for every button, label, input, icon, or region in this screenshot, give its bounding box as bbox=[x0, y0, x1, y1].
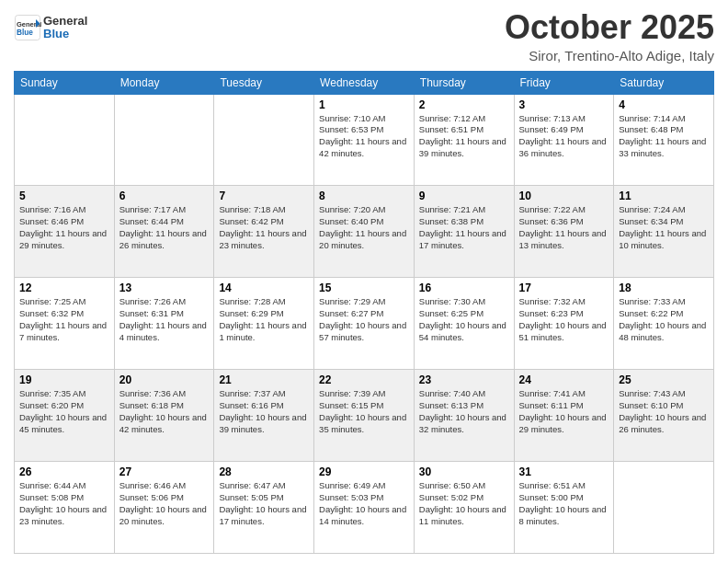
week-row-5: 26Sunrise: 6:44 AMSunset: 5:08 PMDayligh… bbox=[15, 462, 714, 554]
day-number: 27 bbox=[119, 465, 210, 478]
logo-icon: General Blue bbox=[14, 14, 41, 41]
week-row-2: 5Sunrise: 7:16 AMSunset: 6:46 PMDaylight… bbox=[15, 186, 714, 278]
calendar-cell: 22Sunrise: 7:39 AMSunset: 6:15 PMDayligh… bbox=[314, 370, 415, 462]
day-number: 11 bbox=[619, 190, 709, 202]
day-info: Sunrise: 7:22 AMSunset: 6:36 PMDaylight:… bbox=[519, 204, 609, 251]
day-info: Sunrise: 7:20 AMSunset: 6:40 PMDaylight:… bbox=[319, 204, 409, 251]
day-info: Sunrise: 7:13 AMSunset: 6:49 PMDaylight:… bbox=[519, 113, 609, 160]
day-number: 21 bbox=[219, 373, 309, 386]
col-friday: Friday bbox=[514, 71, 614, 94]
day-number: 10 bbox=[519, 190, 609, 202]
day-info: Sunrise: 7:30 AMSunset: 6:25 PMDaylight:… bbox=[419, 296, 509, 343]
day-info: Sunrise: 7:29 AMSunset: 6:27 PMDaylight:… bbox=[319, 296, 409, 343]
day-number: 8 bbox=[319, 190, 409, 202]
calendar-cell: 5Sunrise: 7:16 AMSunset: 6:46 PMDaylight… bbox=[15, 186, 115, 278]
day-info: Sunrise: 7:32 AMSunset: 6:23 PMDaylight:… bbox=[519, 296, 609, 343]
calendar-cell: 9Sunrise: 7:21 AMSunset: 6:38 PMDaylight… bbox=[414, 186, 514, 278]
calendar-cell: 26Sunrise: 6:44 AMSunset: 5:08 PMDayligh… bbox=[15, 462, 115, 554]
day-info: Sunrise: 7:24 AMSunset: 6:34 PMDaylight:… bbox=[619, 204, 709, 251]
day-number: 31 bbox=[519, 465, 609, 478]
day-info: Sunrise: 7:18 AMSunset: 6:42 PMDaylight:… bbox=[219, 204, 309, 251]
col-sunday: Sunday bbox=[15, 71, 115, 94]
day-number: 13 bbox=[119, 282, 210, 294]
week-row-4: 19Sunrise: 7:35 AMSunset: 6:20 PMDayligh… bbox=[15, 370, 714, 462]
calendar-cell: 1Sunrise: 7:10 AMSunset: 6:53 PMDaylight… bbox=[314, 94, 415, 186]
calendar-cell: 8Sunrise: 7:20 AMSunset: 6:40 PMDaylight… bbox=[314, 186, 415, 278]
calendar-cell: 7Sunrise: 7:18 AMSunset: 6:42 PMDaylight… bbox=[214, 186, 314, 278]
day-number: 30 bbox=[419, 465, 509, 478]
day-number: 26 bbox=[19, 465, 109, 478]
day-number: 3 bbox=[519, 98, 609, 111]
header: General Blue General Blue October 2025 S… bbox=[14, 9, 714, 63]
day-number: 20 bbox=[119, 373, 210, 386]
day-info: Sunrise: 6:51 AMSunset: 5:00 PMDaylight:… bbox=[519, 480, 609, 527]
calendar-cell bbox=[614, 462, 714, 554]
calendar-cell: 20Sunrise: 7:36 AMSunset: 6:18 PMDayligh… bbox=[114, 370, 214, 462]
calendar-cell: 24Sunrise: 7:41 AMSunset: 6:11 PMDayligh… bbox=[514, 370, 614, 462]
calendar-cell: 11Sunrise: 7:24 AMSunset: 6:34 PMDayligh… bbox=[614, 186, 714, 278]
day-number: 29 bbox=[319, 465, 409, 478]
day-info: Sunrise: 7:10 AMSunset: 6:53 PMDaylight:… bbox=[319, 113, 409, 160]
day-info: Sunrise: 7:25 AMSunset: 6:32 PMDaylight:… bbox=[19, 296, 109, 343]
calendar-cell: 19Sunrise: 7:35 AMSunset: 6:20 PMDayligh… bbox=[15, 370, 115, 462]
day-info: Sunrise: 7:36 AMSunset: 6:18 PMDaylight:… bbox=[119, 388, 210, 435]
day-number: 16 bbox=[419, 282, 509, 294]
calendar-cell: 29Sunrise: 6:49 AMSunset: 5:03 PMDayligh… bbox=[314, 462, 415, 554]
day-info: Sunrise: 7:41 AMSunset: 6:11 PMDaylight:… bbox=[519, 388, 609, 435]
day-number: 4 bbox=[619, 98, 709, 111]
calendar-cell: 25Sunrise: 7:43 AMSunset: 6:10 PMDayligh… bbox=[614, 370, 714, 462]
day-info: Sunrise: 7:35 AMSunset: 6:20 PMDaylight:… bbox=[19, 388, 109, 435]
day-number: 18 bbox=[619, 282, 709, 294]
location: Siror, Trentino-Alto Adige, Italy bbox=[505, 48, 714, 63]
calendar-cell: 12Sunrise: 7:25 AMSunset: 6:32 PMDayligh… bbox=[15, 278, 115, 370]
day-info: Sunrise: 7:17 AMSunset: 6:44 PMDaylight:… bbox=[119, 204, 210, 251]
day-info: Sunrise: 6:46 AMSunset: 5:06 PMDaylight:… bbox=[119, 480, 210, 527]
day-number: 19 bbox=[19, 373, 109, 386]
day-info: Sunrise: 7:33 AMSunset: 6:22 PMDaylight:… bbox=[619, 296, 709, 343]
day-number: 24 bbox=[519, 373, 609, 386]
day-info: Sunrise: 7:21 AMSunset: 6:38 PMDaylight:… bbox=[419, 204, 509, 251]
day-number: 14 bbox=[219, 282, 309, 294]
calendar-cell bbox=[214, 94, 314, 186]
day-number: 22 bbox=[319, 373, 409, 386]
day-number: 5 bbox=[19, 190, 109, 202]
day-info: Sunrise: 7:39 AMSunset: 6:15 PMDaylight:… bbox=[319, 388, 409, 435]
logo-general-text: General bbox=[43, 15, 87, 28]
calendar-cell: 17Sunrise: 7:32 AMSunset: 6:23 PMDayligh… bbox=[514, 278, 614, 370]
calendar-cell: 13Sunrise: 7:26 AMSunset: 6:31 PMDayligh… bbox=[114, 278, 214, 370]
calendar-cell: 4Sunrise: 7:14 AMSunset: 6:48 PMDaylight… bbox=[614, 94, 714, 186]
day-info: Sunrise: 7:26 AMSunset: 6:31 PMDaylight:… bbox=[119, 296, 210, 343]
calendar-cell bbox=[114, 94, 214, 186]
day-info: Sunrise: 7:14 AMSunset: 6:48 PMDaylight:… bbox=[619, 113, 709, 160]
calendar-cell: 31Sunrise: 6:51 AMSunset: 5:00 PMDayligh… bbox=[514, 462, 614, 554]
month-title: October 2025 bbox=[505, 9, 714, 46]
calendar-cell: 3Sunrise: 7:13 AMSunset: 6:49 PMDaylight… bbox=[514, 94, 614, 186]
calendar-cell: 6Sunrise: 7:17 AMSunset: 6:44 PMDaylight… bbox=[114, 186, 214, 278]
day-info: Sunrise: 7:28 AMSunset: 6:29 PMDaylight:… bbox=[219, 296, 309, 343]
header-row: Sunday Monday Tuesday Wednesday Thursday… bbox=[15, 71, 714, 94]
calendar-cell: 23Sunrise: 7:40 AMSunset: 6:13 PMDayligh… bbox=[414, 370, 514, 462]
day-number: 28 bbox=[219, 465, 309, 478]
calendar-cell bbox=[15, 94, 115, 186]
calendar-cell: 28Sunrise: 6:47 AMSunset: 5:05 PMDayligh… bbox=[214, 462, 314, 554]
calendar-cell: 30Sunrise: 6:50 AMSunset: 5:02 PMDayligh… bbox=[414, 462, 514, 554]
logo-blue-text: Blue bbox=[43, 28, 87, 40]
day-number: 12 bbox=[19, 282, 109, 294]
day-number: 23 bbox=[419, 373, 509, 386]
calendar-table: Sunday Monday Tuesday Wednesday Thursday… bbox=[14, 71, 714, 554]
logo: General Blue General Blue bbox=[14, 9, 87, 41]
day-info: Sunrise: 7:43 AMSunset: 6:10 PMDaylight:… bbox=[619, 388, 709, 435]
week-row-3: 12Sunrise: 7:25 AMSunset: 6:32 PMDayligh… bbox=[15, 278, 714, 370]
week-row-1: 1Sunrise: 7:10 AMSunset: 6:53 PMDaylight… bbox=[15, 94, 714, 186]
calendar-cell: 2Sunrise: 7:12 AMSunset: 6:51 PMDaylight… bbox=[414, 94, 514, 186]
day-info: Sunrise: 7:16 AMSunset: 6:46 PMDaylight:… bbox=[19, 204, 109, 251]
day-number: 15 bbox=[319, 282, 409, 294]
day-info: Sunrise: 6:44 AMSunset: 5:08 PMDaylight:… bbox=[19, 480, 109, 527]
day-number: 7 bbox=[219, 190, 309, 202]
day-info: Sunrise: 6:47 AMSunset: 5:05 PMDaylight:… bbox=[219, 480, 309, 527]
col-thursday: Thursday bbox=[414, 71, 514, 94]
day-info: Sunrise: 7:12 AMSunset: 6:51 PMDaylight:… bbox=[419, 113, 509, 160]
col-monday: Monday bbox=[114, 71, 214, 94]
day-number: 1 bbox=[319, 98, 409, 111]
day-info: Sunrise: 6:50 AMSunset: 5:02 PMDaylight:… bbox=[419, 480, 509, 527]
